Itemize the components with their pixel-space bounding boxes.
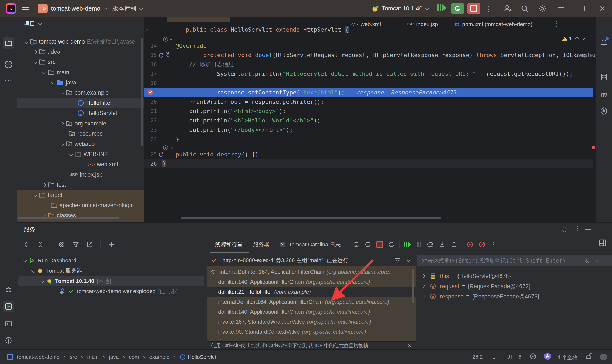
main-menu-button[interactable]	[22, 5, 29, 11]
evaluate-input[interactable]: 对表达式求值(Enter)或添加监视(Ctrl+Shift+Enter)	[417, 255, 612, 266]
variable-row-this[interactable]: this = {HelloServlet@4678}	[417, 271, 511, 281]
code-line-21[interactable]: 21 out.println("<html><body>");	[144, 106, 595, 116]
file-encoding[interactable]: UTF-8	[506, 354, 521, 360]
horizontal-scrollbar[interactable]	[17, 217, 119, 220]
resume-icon[interactable]	[404, 242, 411, 247]
tree-item-webxml[interactable]: </> web.xml	[17, 159, 144, 169]
project-tool-window-button[interactable]	[3, 37, 14, 49]
add-service-icon[interactable]	[108, 241, 115, 248]
memory-indicator[interactable]	[600, 354, 607, 360]
database-tool-window-icon[interactable]	[598, 71, 610, 83]
frame-row[interactable]: internalDoFilter:164, ApplicationFilterC…	[207, 297, 416, 307]
code-line-23[interactable]: 23 out.println("</body></html>");	[144, 125, 595, 134]
problems-tool-window-icon[interactable]	[3, 335, 14, 346]
tab-indexjsp[interactable]: JSP index.jsp	[406, 17, 438, 31]
project-switcher[interactable]: tomcat-web-demo	[51, 0, 107, 17]
service-war-artifact[interactable]: tomcat-web-demo:war exploded [已同步]	[59, 286, 178, 296]
service-run-dashboard[interactable]: Run Dashboard	[23, 255, 76, 265]
stop-icon[interactable]	[376, 241, 383, 248]
debug-more-icon[interactable]: ⋮	[490, 240, 497, 248]
minimize-button[interactable]	[558, 7, 564, 8]
variable-row-request[interactable]: p request = {RequestFacade@4672}	[417, 281, 530, 291]
tree-item[interactable]: .idea	[17, 47, 144, 57]
tree-item[interactable]: test	[17, 180, 144, 190]
step-over-icon[interactable]	[427, 241, 434, 248]
view-breakpoints-icon[interactable]	[467, 241, 474, 248]
maximize-button[interactable]	[579, 5, 584, 12]
variable-row-response[interactable]: p response = {ResponseFacade@4673}	[417, 291, 540, 302]
panel-more-icon[interactable]: ⋮	[574, 224, 581, 233]
code-line-22[interactable]: 22 out.println("<h1>Hello, World!</h1>")…	[144, 116, 595, 125]
hide-panel-icon[interactable]	[585, 229, 591, 230]
tree-item[interactable]: webapp	[17, 139, 144, 149]
code-line-15[interactable]: 15 @ protected void doGet(HttpServletReq…	[144, 50, 595, 60]
tab-list-more-icon[interactable]: ⋮	[553, 20, 560, 27]
tab-threads-variables[interactable]: 线程和变量	[210, 241, 248, 248]
expand-all-icon[interactable]	[23, 241, 30, 248]
tree-item[interactable]: src	[17, 57, 144, 67]
rerun-debug-button[interactable]	[451, 2, 464, 14]
add-user-icon[interactable]	[503, 4, 512, 13]
caret-position[interactable]: 26:2	[472, 354, 483, 360]
tree-item-target[interactable]: target	[17, 190, 144, 200]
tree-item[interactable]: org.example	[17, 118, 144, 129]
frame-row[interactable]: invoke:167, StandardWrapperValve(org.apa…	[207, 317, 416, 327]
frame-row[interactable]: internalDoFilter:164, ApplicationFilterC…	[207, 267, 416, 277]
rerun-failed-icon[interactable]	[388, 241, 395, 248]
rerun-icon[interactable]	[352, 241, 360, 248]
close-button[interactable]: ✕	[599, 4, 605, 13]
prev-problem-icon[interactable]	[575, 37, 579, 40]
line-ending[interactable]: LF	[492, 354, 499, 360]
collapse-all-icon[interactable]	[37, 241, 43, 248]
mute-breakpoints-icon[interactable]	[478, 241, 486, 248]
tab-pomxml[interactable]: m pom.xml (tomcat-web-demo)	[455, 17, 532, 31]
terminal-tool-window-icon[interactable]	[3, 318, 14, 329]
layout-settings-icon[interactable]	[599, 239, 606, 247]
services-tool-window-button[interactable]	[3, 301, 14, 312]
panel-options-icon[interactable]	[561, 226, 568, 233]
settings-gear-icon[interactable]	[538, 4, 547, 13]
code-line-19-execution[interactable]: response.setContentType("text/html");res…	[144, 88, 593, 97]
resume-program-icon[interactable]	[437, 4, 447, 12]
service-tomcat-server[interactable]: Tomcat 服务器	[32, 265, 82, 276]
code-line-26-caret[interactable]: 26 }	[144, 159, 593, 168]
step-out-icon[interactable]	[450, 241, 458, 248]
tree-item-indexjsp[interactable]: JSP index.jsp	[17, 169, 144, 180]
unlock-icon[interactable]	[585, 352, 592, 360]
horizontal-scrollbar[interactable]	[181, 217, 441, 220]
indent-config[interactable]: 4 个空格	[557, 354, 578, 361]
maven-tool-window-icon[interactable]: m	[598, 88, 610, 100]
group-by-icon[interactable]	[58, 241, 65, 248]
inspections-widget[interactable]: 1	[562, 36, 584, 42]
breadcrumb[interactable]: tomcat-web-demo› src› main› java› com› e…	[17, 354, 216, 360]
tree-item[interactable]: main	[17, 67, 144, 78]
debug-tool-window-icon[interactable]	[3, 284, 14, 296]
step-into-icon[interactable]	[439, 241, 446, 248]
search-icon[interactable]	[520, 4, 529, 13]
ai-assistant-status-icon[interactable]	[543, 352, 552, 361]
breakpoint-icon[interactable]	[147, 89, 153, 95]
ai-assistant-tool-window-icon[interactable]	[598, 105, 610, 117]
frame-row-selected[interactable]: doFilter:21, HelloFilter(com.example)	[207, 287, 416, 297]
tab-server[interactable]: 服务器	[248, 241, 275, 248]
more-run-actions-icon[interactable]: ⋮	[485, 5, 492, 13]
tree-item[interactable]: com.example	[17, 88, 144, 98]
tab-webxml[interactable]: </> web.xml	[350, 17, 381, 31]
tab-catalina-log[interactable]: Tomcat Catalina 日志	[275, 241, 346, 248]
thread-selector[interactable]: "http-nio-8080-exec-4"@3,266 在组"main": 正…	[207, 255, 416, 266]
tree-item[interactable]: resources	[17, 129, 144, 139]
frame-row[interactable]: invoke:90, StandardContextValve(org.apac…	[207, 327, 416, 337]
vertical-scrollbar[interactable]	[412, 269, 414, 303]
code-line-20[interactable]: 20 PrintWriter out = response.getWriter(…	[144, 97, 595, 106]
highlighting-level-icon[interactable]	[529, 352, 537, 360]
tree-item-root[interactable]: tomcat-web-demo E:\开发项目\javase	[17, 37, 144, 47]
tree-item[interactable]: WEB-INF	[17, 149, 144, 159]
next-problem-icon[interactable]	[582, 37, 585, 40]
close-hint-icon[interactable]: ✕	[407, 342, 412, 349]
stop-button[interactable]	[467, 2, 480, 14]
tree-item[interactable]: apache-tomcat-maven-plugin	[17, 200, 144, 210]
frame-row[interactable]: doFilter:140, ApplicationFilterChain(org…	[207, 277, 416, 287]
service-tomcat-instance[interactable]: Tomcat 10.1.40 [本地]	[41, 276, 111, 286]
add-watch-icon[interactable]	[583, 257, 590, 264]
vertical-scrollbar[interactable]	[141, 38, 143, 146]
